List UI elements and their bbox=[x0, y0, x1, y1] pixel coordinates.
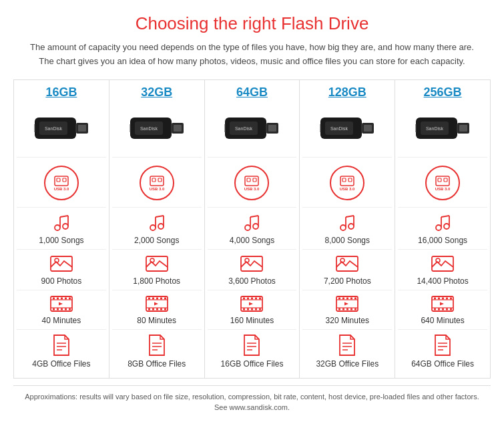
comparison-table: 16GB SanDisk USB 3.0 1,000 Songs bbox=[13, 79, 491, 379]
svg-line-155 bbox=[441, 216, 449, 217]
svg-rect-58 bbox=[156, 297, 158, 299]
music-icon bbox=[336, 212, 358, 233]
svg-rect-21 bbox=[53, 297, 55, 299]
video-icon bbox=[145, 294, 169, 313]
svg-rect-2 bbox=[78, 125, 86, 132]
svg-rect-128 bbox=[346, 297, 348, 299]
photos-row: 1,800 Photos bbox=[112, 249, 202, 290]
svg-rect-72 bbox=[268, 125, 276, 132]
svg-line-15 bbox=[60, 216, 68, 217]
svg-rect-170 bbox=[450, 308, 452, 310]
subtitle: The amount of capacity you need depends … bbox=[13, 41, 491, 69]
photos-row: 14,400 Photos bbox=[398, 249, 487, 290]
drive-image: SanDisk bbox=[127, 103, 187, 152]
photo-icon bbox=[335, 254, 359, 274]
office-icon bbox=[337, 334, 357, 357]
svg-rect-167 bbox=[438, 308, 440, 310]
svg-rect-131 bbox=[338, 308, 340, 310]
capacity-label: 16GB bbox=[45, 85, 77, 99]
svg-rect-91 bbox=[243, 297, 245, 299]
video-row: 40 Minutes bbox=[17, 290, 106, 329]
video-icon bbox=[240, 294, 264, 313]
video-row: 320 Minutes bbox=[302, 290, 392, 329]
svg-rect-168 bbox=[442, 308, 444, 310]
svg-point-46 bbox=[150, 225, 156, 230]
svg-rect-43 bbox=[152, 178, 156, 182]
svg-rect-149 bbox=[444, 178, 447, 182]
video-icon bbox=[335, 294, 359, 313]
songs-row: 1,000 Songs bbox=[17, 207, 106, 249]
svg-rect-9 bbox=[63, 178, 66, 182]
svg-rect-29 bbox=[65, 308, 67, 310]
songs-row: 4,000 Songs bbox=[208, 207, 297, 249]
usb-icon-circle: USB 3.0 bbox=[44, 166, 79, 200]
svg-rect-78 bbox=[247, 178, 250, 182]
capacity-label: 128GB bbox=[328, 85, 366, 99]
svg-rect-26 bbox=[53, 308, 55, 310]
svg-rect-132 bbox=[342, 308, 344, 310]
svg-rect-92 bbox=[247, 297, 249, 299]
svg-rect-56 bbox=[148, 297, 150, 299]
video-row: 160 Minutes bbox=[208, 290, 297, 329]
usb-icon-circle: USB 3.0 bbox=[140, 166, 174, 200]
svg-rect-148 bbox=[438, 178, 441, 182]
office-label: 32GB Office Files bbox=[316, 359, 379, 369]
svg-text:USB 3.0: USB 3.0 bbox=[54, 187, 69, 191]
svg-marker-31 bbox=[59, 302, 63, 305]
minutes-label: 80 Minutes bbox=[137, 316, 176, 325]
svg-point-116 bbox=[340, 225, 346, 230]
svg-rect-59 bbox=[160, 297, 162, 299]
songs-row: 16,000 Songs bbox=[398, 207, 487, 249]
office-row: 8GB Office Files bbox=[112, 329, 202, 373]
svg-rect-65 bbox=[164, 308, 166, 310]
svg-point-11 bbox=[55, 225, 60, 230]
usb-icon-circle: USB 3.0 bbox=[234, 166, 269, 200]
svg-rect-28 bbox=[61, 308, 63, 310]
office-label: 16GB Office Files bbox=[221, 359, 284, 369]
column-256GB: 256GB SanDisk USB 3.0 16,000 Songs bbox=[395, 80, 490, 378]
photo-icon bbox=[49, 254, 73, 274]
svg-text:SanDisk: SanDisk bbox=[235, 126, 253, 131]
svg-rect-142 bbox=[459, 125, 467, 132]
video-row: 80 Minutes bbox=[112, 290, 202, 329]
video-icon bbox=[49, 294, 73, 313]
svg-rect-133 bbox=[346, 308, 348, 310]
photos-row: 3,600 Photos bbox=[208, 249, 297, 290]
photos-label: 14,400 Photos bbox=[417, 276, 468, 286]
svg-text:SanDisk: SanDisk bbox=[426, 126, 444, 131]
songs-label: 4,000 Songs bbox=[230, 236, 274, 245]
songs-label: 1,000 Songs bbox=[39, 236, 83, 245]
svg-text:USB 3.0: USB 3.0 bbox=[149, 187, 164, 191]
drive-image: SanDisk bbox=[413, 103, 473, 152]
songs-label: 8,000 Songs bbox=[325, 236, 370, 245]
svg-rect-60 bbox=[164, 297, 166, 299]
drive-image: SanDisk bbox=[31, 103, 91, 152]
office-icon bbox=[147, 334, 167, 357]
music-icon bbox=[241, 212, 262, 233]
svg-rect-127 bbox=[342, 297, 344, 299]
photo-icon bbox=[431, 254, 455, 274]
svg-rect-134 bbox=[350, 308, 352, 310]
songs-row: 2,000 Songs bbox=[112, 207, 202, 249]
svg-point-12 bbox=[63, 224, 68, 229]
column-64GB: 64GB SanDisk USB 3.0 4,000 Songs bbox=[205, 80, 300, 378]
svg-rect-30 bbox=[69, 308, 71, 310]
svg-rect-61 bbox=[148, 308, 150, 310]
page-wrapper: Choosing the right Flash Drive The amoun… bbox=[0, 0, 504, 421]
drive-image: SanDisk bbox=[222, 103, 282, 152]
svg-rect-164 bbox=[446, 297, 448, 299]
office-label: 4GB Office Files bbox=[32, 359, 90, 369]
usb-row: USB 3.0 bbox=[208, 157, 297, 207]
capacity-label: 256GB bbox=[424, 85, 462, 99]
svg-point-82 bbox=[253, 224, 258, 229]
footer-note: Approximations: results will vary based … bbox=[13, 385, 491, 413]
svg-point-81 bbox=[245, 225, 250, 230]
photos-label: 7,200 Photos bbox=[324, 276, 371, 286]
svg-rect-79 bbox=[253, 178, 256, 182]
svg-rect-96 bbox=[243, 308, 245, 310]
songs-label: 2,000 Songs bbox=[134, 236, 179, 245]
svg-marker-136 bbox=[344, 302, 348, 305]
capacity-label: 32GB bbox=[141, 85, 172, 99]
minutes-label: 640 Minutes bbox=[421, 316, 464, 325]
svg-rect-22 bbox=[57, 297, 59, 299]
